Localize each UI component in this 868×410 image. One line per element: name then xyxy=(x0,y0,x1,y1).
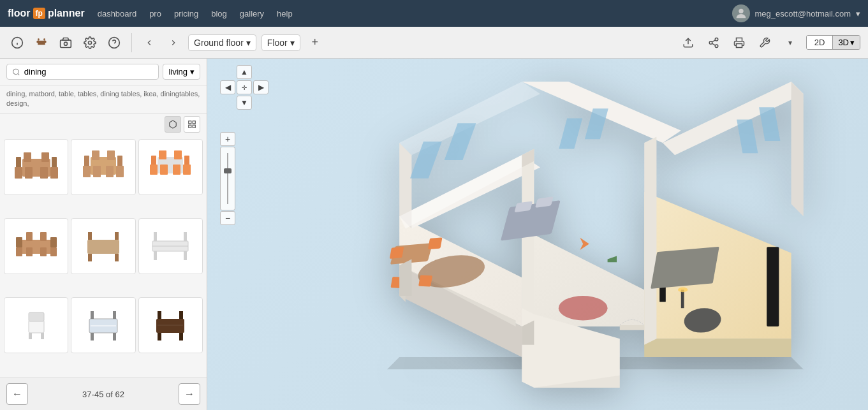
furniture-button[interactable] xyxy=(32,33,51,52)
furniture-item[interactable] xyxy=(4,218,68,274)
svg-rect-30 xyxy=(25,167,33,179)
svg-marker-134 xyxy=(399,259,411,296)
logo-icon: fp xyxy=(33,8,45,19)
view-toggle-area xyxy=(0,113,207,135)
svg-rect-80 xyxy=(91,311,94,319)
view-3d-button[interactable]: 3D ▾ xyxy=(832,36,860,49)
info-button[interactable] xyxy=(8,33,27,52)
furniture-item[interactable] xyxy=(4,139,68,195)
furniture-item[interactable] xyxy=(71,139,135,195)
search-input[interactable] xyxy=(24,67,154,77)
tags-text: dining, matbord, table, tables, dining t… xyxy=(6,90,200,107)
svg-rect-74 xyxy=(29,312,44,321)
pan-left-button[interactable]: ◀ xyxy=(220,80,235,94)
nav-pricing[interactable]: pricing xyxy=(174,9,198,18)
nav-next-button[interactable] xyxy=(164,33,183,52)
nav-pro[interactable]: pro xyxy=(149,9,161,18)
2d-view-toggle[interactable] xyxy=(184,116,200,133)
svg-rect-34 xyxy=(41,152,49,162)
floor-label: Ground floor xyxy=(194,38,244,48)
top-navigation: floor fp planner dashboard pro pricing b… xyxy=(0,0,868,27)
help-button[interactable] xyxy=(105,33,124,52)
zoom-in-button[interactable]: + xyxy=(220,132,235,146)
category-dropdown[interactable]: living ▾ xyxy=(163,64,200,80)
furniture-item[interactable] xyxy=(71,297,135,353)
furniture-item[interactable] xyxy=(138,297,203,353)
svg-rect-55 xyxy=(50,237,57,247)
toolbar-divider xyxy=(131,33,132,52)
svg-rect-48 xyxy=(183,165,191,175)
nav-gallery[interactable]: gallery xyxy=(240,9,264,18)
svg-point-129 xyxy=(559,296,608,320)
pagination: ← 37-45 of 62 → xyxy=(0,377,207,410)
svg-point-10 xyxy=(89,41,92,44)
pan-up-button[interactable]: ▲ xyxy=(237,65,252,79)
search-area: living ▾ xyxy=(0,59,207,85)
svg-line-17 xyxy=(712,43,715,45)
floor-dropdown[interactable]: Ground floor ▾ xyxy=(188,34,256,51)
add-floor-button[interactable]: + xyxy=(305,33,325,52)
svg-rect-118 xyxy=(418,275,432,286)
furniture-item[interactable] xyxy=(71,218,135,274)
svg-rect-59 xyxy=(40,247,47,256)
svg-rect-81 xyxy=(113,311,116,319)
main-content: living ▾ dining, matbord, table, tables,… xyxy=(0,59,868,410)
svg-rect-86 xyxy=(158,311,161,319)
user-avatar xyxy=(732,4,750,22)
next-page-button[interactable]: → xyxy=(179,383,200,405)
sidebar: living ▾ dining, matbord, table, tables,… xyxy=(0,59,207,410)
app-logo[interactable]: floor fp planner xyxy=(8,8,85,19)
svg-rect-29 xyxy=(15,167,22,179)
svg-rect-60 xyxy=(26,232,33,241)
user-email: meg_escott@hotmail.com xyxy=(755,9,851,18)
svg-marker-96 xyxy=(399,82,540,155)
settings-button[interactable] xyxy=(80,33,99,52)
svg-rect-116 xyxy=(428,237,443,249)
user-menu[interactable]: meg_escott@hotmail.com ▾ xyxy=(732,4,860,22)
user-dropdown-arrow: ▾ xyxy=(856,9,860,18)
nav-blog[interactable]: blog xyxy=(211,9,227,18)
pan-center-button[interactable]: ✛ xyxy=(237,80,252,94)
zoom-out-button[interactable]: − xyxy=(220,211,235,225)
view-2d-button[interactable]: 2D xyxy=(807,36,833,49)
svg-marker-94 xyxy=(644,339,791,357)
zoom-slider[interactable] xyxy=(220,147,235,210)
nav-help[interactable]: help xyxy=(277,9,293,18)
print-button[interactable] xyxy=(730,33,749,52)
svg-rect-58 xyxy=(26,247,33,256)
svg-rect-125 xyxy=(651,246,719,288)
canvas-area[interactable]: ▲ ◀ ✛ ▶ ▼ + − xyxy=(207,59,868,410)
3d-view-toggle[interactable] xyxy=(165,116,181,133)
svg-rect-49 xyxy=(160,165,168,175)
pan-down-button[interactable]: ▼ xyxy=(237,96,252,110)
svg-rect-73 xyxy=(29,320,44,333)
furniture-item[interactable] xyxy=(138,218,203,274)
svg-rect-40 xyxy=(93,166,101,177)
svg-rect-64 xyxy=(115,254,119,261)
search-box[interactable] xyxy=(6,64,159,80)
camera-button[interactable] xyxy=(56,33,75,52)
more-button[interactable]: ▾ xyxy=(781,33,800,52)
export-button[interactable] xyxy=(679,33,698,52)
svg-rect-57 xyxy=(50,247,57,256)
nav-dashboard[interactable]: dashboard xyxy=(98,9,136,18)
svg-point-9 xyxy=(64,42,68,45)
furniture-item[interactable] xyxy=(138,139,203,195)
view-dropdown[interactable]: Floor ▾ xyxy=(261,34,300,51)
search-icon xyxy=(12,68,20,77)
svg-point-16 xyxy=(715,45,718,48)
prev-page-button[interactable]: ← xyxy=(6,383,28,405)
wrench-button[interactable] xyxy=(755,33,774,52)
pan-right-button[interactable]: ▶ xyxy=(253,80,268,94)
category-label: living xyxy=(168,67,188,77)
floor-dropdown-arrow: ▾ xyxy=(246,38,251,48)
svg-marker-101 xyxy=(522,149,534,332)
svg-point-0 xyxy=(739,9,743,13)
svg-rect-111 xyxy=(559,118,582,149)
svg-rect-87 xyxy=(179,311,183,319)
svg-line-18 xyxy=(712,40,715,41)
furniture-item[interactable] xyxy=(4,297,68,353)
nav-prev-button[interactable] xyxy=(140,33,159,52)
svg-rect-31 xyxy=(40,167,48,179)
share-button[interactable] xyxy=(704,33,723,52)
